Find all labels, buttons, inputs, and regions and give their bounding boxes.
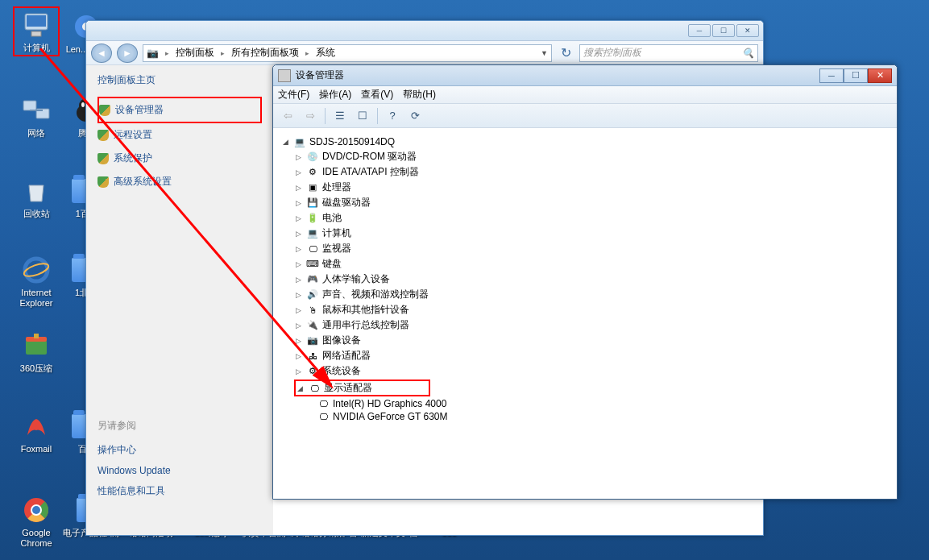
tb-views-icon[interactable]: ☰ — [330, 107, 350, 125]
tree-category[interactable]: ▷⚙IDE ATA/ATAPI 控制器 — [294, 164, 889, 180]
expander-icon[interactable]: ▷ — [294, 229, 303, 238]
menu-help[interactable]: 帮助(H) — [403, 88, 436, 102]
tree-category[interactable]: ▷💻计算机 — [294, 226, 889, 241]
device-icon: 🖵 — [317, 411, 330, 422]
tree-device[interactable]: 🖵Intel(R) HD Graphics 4000 — [317, 397, 889, 410]
expander-icon[interactable]: ▷ — [294, 367, 303, 375]
tree-category[interactable]: ▷🖧网络适配器 — [294, 348, 889, 363]
category-icon: ⚙ — [306, 366, 319, 377]
category-icon: 🖵 — [306, 243, 319, 255]
expander-icon[interactable]: ▷ — [294, 183, 303, 192]
desktop-icon-computer[interactable]: 计算机 — [13, 6, 60, 56]
seealso-link-windows-update[interactable]: Windows Update — [97, 461, 262, 480]
expander-icon[interactable]: ◢ — [296, 384, 305, 392]
minimize-button[interactable]: ─ — [819, 68, 844, 83]
expander-icon[interactable]: ▷ — [294, 198, 303, 207]
refresh-button[interactable]: ↻ — [557, 44, 574, 62]
tb-properties-icon[interactable]: ☐ — [353, 107, 372, 125]
maximize-button[interactable]: ☐ — [844, 68, 868, 83]
tree-category[interactable]: ◢🖵显示适配器 — [294, 379, 889, 397]
root-label: SDJS-20150914DQ — [309, 136, 395, 147]
sidebar-link-device-manager[interactable]: 设备管理器 — [97, 97, 262, 123]
tree-category[interactable]: ▷🖱鼠标和其他指针设备 — [294, 302, 889, 317]
category-icon: 🔋 — [306, 213, 319, 224]
desktop-icon-ie[interactable]: Internet Explorer — [13, 255, 60, 309]
category-label: 图像设备 — [322, 334, 361, 347]
category-icon: 🖧 — [306, 351, 319, 362]
back-button[interactable]: ◄ — [91, 44, 112, 63]
tree-category[interactable]: ▷🔋电池 — [294, 210, 889, 226]
expander-icon[interactable]: ▷ — [294, 259, 303, 268]
maximize-button[interactable]: ☐ — [712, 24, 735, 37]
expander-icon[interactable]: ◢ — [281, 138, 290, 147]
tree-category[interactable]: ▷🎮人体学输入设备 — [294, 272, 889, 287]
expander-icon[interactable]: ▷ — [294, 336, 303, 345]
desktop-icon-360zip[interactable]: 360压缩 — [13, 330, 60, 374]
tree-category[interactable]: ▷⌨键盘 — [294, 256, 889, 272]
tree-device[interactable]: 🖵NVIDIA GeForce GT 630M — [317, 410, 889, 423]
shield-icon — [97, 130, 109, 141]
category-label: 计算机 — [322, 226, 351, 240]
breadcrumb-item[interactable]: 所有控制面板项 — [231, 46, 299, 60]
seealso-link-performance[interactable]: 性能信息和工具 — [97, 480, 262, 502]
network-icon — [21, 95, 52, 126]
expander-icon[interactable]: ▷ — [294, 290, 303, 299]
expander-icon[interactable]: ▷ — [294, 244, 303, 253]
icon-label: 计算机 — [23, 43, 50, 53]
breadcrumb[interactable]: 📷 ▸ 控制面板 ▸ 所有控制面板项 ▸ 系统 ▼ — [143, 44, 552, 62]
tree-category[interactable]: ▷▣处理器 — [294, 180, 889, 195]
tree-category[interactable]: ▷🔌通用串行总线控制器 — [294, 317, 889, 333]
computer-icon: 💻 — [293, 136, 306, 147]
desktop-icon-foxmail[interactable]: Foxmail — [13, 411, 60, 454]
seealso-link-action-center[interactable]: 操作中心 — [97, 439, 262, 461]
sidebar-title[interactable]: 控制面板主页 — [97, 73, 262, 87]
menu-view[interactable]: 查看(V) — [361, 88, 393, 102]
sidebar-link-protection[interactable]: 系统保护 — [97, 147, 262, 170]
category-icon: ⌨ — [306, 259, 319, 270]
category-label: 鼠标和其他指针设备 — [322, 303, 409, 317]
tree-root[interactable]: ◢ 💻 SDJS-20150914DQ — [281, 135, 889, 149]
menu-action[interactable]: 操作(A) — [319, 88, 351, 102]
expander-icon[interactable]: ▷ — [294, 152, 303, 161]
tree-category[interactable]: ▷📷图像设备 — [294, 333, 889, 348]
dm-titlebar[interactable]: 设备管理器 ─ ☐ ✕ — [273, 65, 897, 86]
link-label: 设备管理器 — [115, 103, 164, 117]
tb-forward-icon[interactable]: ⇨ — [301, 107, 320, 125]
expander-icon[interactable]: ▷ — [294, 275, 303, 284]
expander-icon[interactable]: ▷ — [294, 321, 303, 330]
desktop-icon-recycle[interactable]: 回收站 — [13, 176, 60, 219]
close-button[interactable]: ✕ — [736, 24, 759, 37]
tb-back-icon[interactable]: ⇦ — [278, 107, 297, 125]
expander-icon[interactable]: ▷ — [294, 305, 303, 314]
tree-category[interactable]: ▷⚙系统设备 — [294, 363, 889, 379]
category-label: 键盘 — [322, 257, 342, 271]
breadcrumb-item[interactable]: 控制面板 — [176, 46, 214, 60]
expander-icon[interactable]: ▷ — [294, 214, 303, 222]
menu-file[interactable]: 文件(F) — [278, 88, 309, 102]
category-icon: 💿 — [306, 151, 319, 163]
category-label: IDE ATA/ATAPI 控制器 — [322, 165, 419, 179]
tree-category[interactable]: ▷🔊声音、视频和游戏控制器 — [294, 287, 889, 302]
expander-icon[interactable]: ▷ — [294, 351, 303, 360]
minimize-button[interactable]: ─ — [688, 24, 711, 37]
sidebar-link-remote[interactable]: 远程设置 — [97, 123, 262, 147]
tree-category[interactable]: ▷💿DVD/CD-ROM 驱动器 — [294, 149, 889, 164]
expander-icon[interactable]: ▷ — [294, 168, 303, 176]
tb-help-icon[interactable]: ? — [383, 107, 402, 125]
sidebar-link-advanced[interactable]: 高级系统设置 — [97, 170, 262, 193]
tree-category[interactable]: ▷🖵监视器 — [294, 241, 889, 256]
breadcrumb-item[interactable]: 系统 — [316, 46, 335, 60]
window-titlebar[interactable]: ─ ☐ ✕ — [86, 21, 763, 41]
tree-category[interactable]: ▷💾磁盘驱动器 — [294, 195, 889, 210]
close-button[interactable]: ✕ — [868, 68, 892, 83]
svg-rect-2 — [31, 31, 41, 36]
search-input[interactable]: 搜索控制面板 🔍 — [579, 44, 758, 62]
tb-scan-icon[interactable]: ⟳ — [405, 107, 425, 125]
nav-bar: ◄ ► 📷 ▸ 控制面板 ▸ 所有控制面板项 ▸ 系统 ▼ ↻ 搜索控制面板 🔍 — [86, 41, 763, 65]
forward-button[interactable]: ► — [117, 44, 138, 63]
ie-icon — [21, 255, 52, 285]
desktop-icon-chrome[interactable]: Google Chrome — [13, 495, 60, 549]
category-label: 电池 — [322, 211, 342, 225]
category-label: 人体学输入设备 — [322, 272, 390, 286]
desktop-icon-network[interactable]: 网络 — [13, 95, 60, 139]
